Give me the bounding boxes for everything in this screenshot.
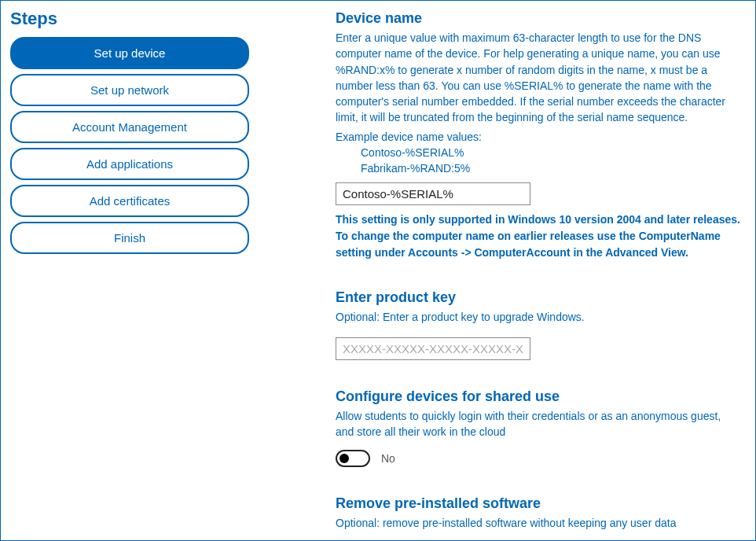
product-key-desc: Optional: Enter a product key to upgrade…: [336, 309, 741, 325]
step-account-management[interactable]: Account Management: [10, 111, 249, 143]
device-name-title: Device name: [336, 10, 741, 27]
shared-use-title: Configure devices for shared use: [336, 388, 741, 405]
shared-use-toggle-label: No: [381, 452, 395, 465]
step-add-certificates[interactable]: Add certificates: [10, 185, 249, 217]
device-name-desc: Enter a unique value with maximum 63-cha…: [336, 30, 741, 126]
toggle-knob: [339, 454, 349, 463]
step-set-up-network[interactable]: Set up network: [10, 74, 249, 106]
steps-sidebar: Steps Set up device Set up network Accou…: [1, 1, 260, 540]
shared-use-desc: Allow students to quickly login with the…: [336, 408, 741, 440]
steps-title: Steps: [10, 9, 249, 29]
device-name-section: Device name Enter a unique value with ma…: [336, 10, 741, 261]
step-finish[interactable]: Finish: [10, 222, 249, 254]
remove-software-section: Remove pre-installed software Optional: …: [336, 495, 741, 540]
remove-software-desc: Optional: remove pre-installed software …: [336, 515, 741, 531]
shared-use-toggle[interactable]: [336, 450, 370, 467]
main-content: Device name Enter a unique value with ma…: [260, 1, 755, 540]
product-key-title: Enter product key: [336, 289, 741, 306]
device-name-example-1: Contoso-%SERIAL%: [361, 146, 741, 159]
device-name-example-2: Fabrikam-%RAND:5%: [361, 162, 741, 175]
step-add-applications[interactable]: Add applications: [10, 148, 249, 180]
shared-use-toggle-row: No: [336, 450, 741, 467]
device-name-example-label: Example device name values:: [336, 131, 741, 143]
product-key-input[interactable]: [336, 337, 530, 360]
step-set-up-device[interactable]: Set up device: [10, 37, 249, 69]
device-name-note: This setting is only supported in Window…: [336, 212, 741, 261]
product-key-section: Enter product key Optional: Enter a prod…: [336, 289, 741, 360]
shared-use-section: Configure devices for shared use Allow s…: [336, 388, 741, 467]
device-name-input[interactable]: [336, 182, 530, 205]
remove-software-title: Remove pre-installed software: [336, 495, 741, 512]
